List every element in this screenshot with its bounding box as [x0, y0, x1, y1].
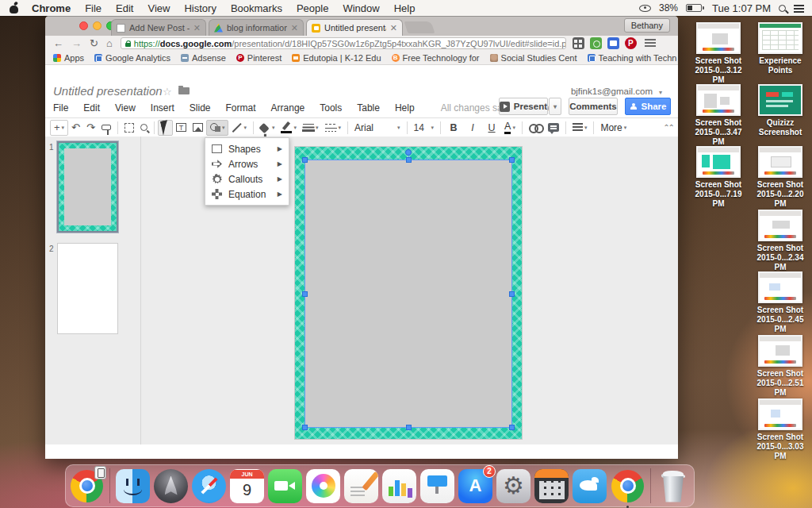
resize-handle-nw[interactable]	[302, 157, 308, 163]
menu-file[interactable]: File	[53, 102, 68, 114]
dock-trash-icon[interactable]	[660, 469, 687, 503]
dock-calendar-icon[interactable]: JUN9	[230, 469, 264, 503]
bookmark-teaching-tech[interactable]: Teaching with Techn	[588, 53, 677, 63]
resize-handle-sw[interactable]	[302, 425, 308, 430]
insert-shape-button[interactable]: ▾	[206, 120, 229, 136]
menu-item-arrows[interactable]: Arrows▶	[205, 156, 289, 171]
underline-button[interactable]: U	[482, 120, 501, 136]
menubar-file[interactable]: File	[85, 2, 102, 14]
address-bar[interactable]: https://docs.google.com/presentation/d/1…	[121, 37, 566, 49]
font-size-select[interactable]: 14▾	[411, 120, 438, 136]
tab-close-icon[interactable]: ✕	[291, 24, 298, 33]
dock-photos-icon[interactable]	[306, 469, 340, 503]
menu-arrange[interactable]: Arrange	[271, 102, 305, 114]
dock-numbers-icon[interactable]	[382, 469, 416, 503]
resize-handle-e[interactable]	[509, 291, 515, 297]
bookmark-social-studies[interactable]: Social Studies Cent	[490, 53, 577, 63]
account-caret-icon[interactable]: ▾	[659, 89, 662, 96]
line-dash-button[interactable]: ▾	[322, 120, 345, 136]
extension-grid-icon[interactable]	[573, 37, 584, 49]
menubar-window[interactable]: Window	[343, 2, 379, 14]
menu-item-callouts[interactable]: Callouts▶	[205, 171, 289, 187]
back-button[interactable]: ←	[53, 38, 63, 48]
menu-view[interactable]: View	[115, 102, 136, 114]
dock-pages-icon[interactable]	[344, 469, 378, 503]
tab-add-new-post[interactable]: Add New Post - Teaching w ✕	[111, 19, 206, 36]
menubar-view[interactable]: View	[147, 2, 170, 14]
dock-launchpad-icon[interactable]	[154, 469, 188, 503]
bookmark-apps[interactable]: Apps	[53, 53, 84, 63]
desktop-icon-screenshot-251[interactable]: Screen Shot2015-0...2.51 PM	[750, 335, 810, 398]
bookmark-pinterest[interactable]: PPinterest	[236, 53, 282, 63]
present-options-caret[interactable]: ▾	[549, 98, 561, 115]
resize-handle-n[interactable]	[406, 157, 412, 163]
dock-app-store-icon[interactable]: 2	[458, 469, 492, 503]
dock-twitter-icon[interactable]	[573, 469, 607, 503]
slide-2-thumbnail[interactable]	[57, 243, 118, 334]
menubar-clock[interactable]: Tue 1:07 PM	[712, 2, 771, 14]
menu-format[interactable]: Format	[226, 102, 256, 114]
menubar-people[interactable]: People	[297, 2, 328, 14]
share-button[interactable]: Share	[625, 98, 671, 115]
line-color-button[interactable]: ▾	[278, 120, 300, 136]
dock-keynote-icon[interactable]	[420, 469, 454, 503]
zoom-button[interactable]	[137, 120, 151, 136]
menubar-eye-icon[interactable]	[639, 5, 651, 12]
insert-comment-button[interactable]	[545, 120, 562, 136]
menubar-edit[interactable]: Edit	[116, 2, 133, 14]
text-box-button[interactable]: T	[173, 120, 190, 136]
minimize-window-button[interactable]	[93, 21, 102, 30]
comments-button[interactable]: Comments	[569, 98, 618, 115]
desktop-icon-screenshot-312[interactable]: Screen Shot2015-0...3.12 PM	[688, 22, 749, 85]
zoom-fit-button[interactable]	[121, 120, 137, 136]
dock-calculator-icon[interactable]	[534, 469, 569, 503]
menubar-bookmarks[interactable]: Bookmarks	[231, 2, 282, 14]
resize-handle-se[interactable]	[509, 425, 515, 430]
insert-image-button[interactable]	[190, 120, 206, 136]
home-button[interactable]: ⌂	[106, 38, 113, 48]
insert-line-button[interactable]: ▾	[228, 120, 250, 136]
rotate-handle[interactable]	[405, 149, 412, 156]
close-window-button[interactable]	[79, 21, 88, 30]
bookmark-adsense[interactable]: Adsense	[181, 53, 226, 63]
desktop-icon-screenshot-347[interactable]: Screen Shot2015-0...3.47 PM	[688, 84, 749, 147]
tab-blog-information[interactable]: blog information - Google ✕	[209, 19, 304, 36]
new-slide-button[interactable]: +▾	[50, 120, 68, 136]
tab-close-icon[interactable]: ✕	[390, 24, 397, 33]
collapse-toolbar-icon[interactable]: ⌃⌃	[663, 123, 673, 132]
window-controls[interactable]	[79, 21, 115, 30]
dock-facetime-icon[interactable]	[268, 469, 302, 503]
menu-item-equation[interactable]: Equation▶	[205, 187, 289, 202]
menubar-history[interactable]: History	[184, 2, 216, 14]
profile-button[interactable]: Bethany	[624, 18, 670, 33]
menu-item-shapes[interactable]: Shapes▶	[205, 141, 289, 156]
menu-tools[interactable]: Tools	[320, 102, 342, 114]
resize-handle-w[interactable]	[302, 291, 308, 297]
fill-color-button[interactable]: ▾	[257, 120, 278, 136]
desktop-icon-screenshot-220[interactable]: Screen Shot2015-0...2.20 PM	[750, 146, 810, 209]
menu-table[interactable]: Table	[357, 102, 380, 114]
desktop-icon-screenshot-234[interactable]: Screen Shot2015-0...2.34 PM	[750, 210, 810, 272]
menubar-app-name[interactable]: Chrome	[32, 2, 71, 14]
font-family-select[interactable]: Arial▾	[351, 120, 404, 136]
desktop-icon-screenshot-719[interactable]: Screen Shot2015-0...7.19 PM	[688, 146, 749, 209]
menu-insert[interactable]: Insert	[151, 102, 174, 114]
paint-format-button[interactable]	[98, 120, 114, 136]
bookmark-google-analytics[interactable]: Google Analytics	[94, 53, 170, 63]
bookmark-free-technology[interactable]: BFree Technology for	[392, 53, 480, 63]
account-email[interactable]: bjfink1s@gmail.com	[571, 87, 653, 96]
dock-finder-icon[interactable]	[116, 469, 150, 503]
apple-menu-icon[interactable]	[10, 3, 19, 13]
notification-center-icon[interactable]	[794, 4, 804, 12]
extension-green-icon[interactable]	[590, 37, 602, 49]
menubar-help[interactable]: Help	[394, 2, 416, 14]
align-button[interactable]: ▾	[569, 120, 591, 136]
tab-close-icon[interactable]: ✕	[193, 24, 201, 33]
desktop-icon-quizizz[interactable]: QuizizzScreenshot	[750, 84, 810, 137]
chrome-menu-icon[interactable]	[645, 39, 656, 48]
new-tab-button[interactable]	[404, 21, 435, 33]
undo-button[interactable]: ↶	[68, 120, 83, 136]
dock-safari-icon[interactable]	[192, 469, 226, 503]
desktop-icon-experience-points[interactable]: ExperiencePoints	[750, 22, 810, 75]
spotlight-icon[interactable]	[779, 5, 786, 12]
